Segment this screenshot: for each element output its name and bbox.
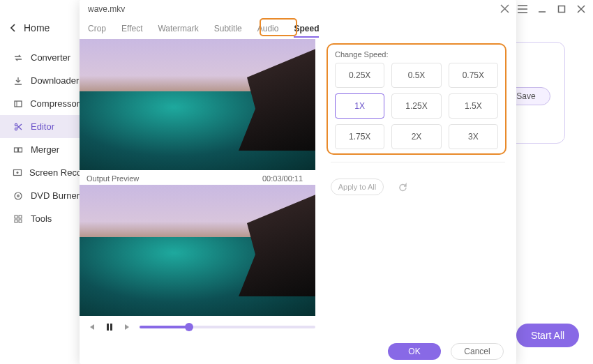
start-all-button[interactable]: Start All	[516, 324, 579, 347]
svg-rect-11	[19, 215, 22, 218]
svg-point-8	[15, 192, 22, 199]
merger-icon	[13, 145, 24, 155]
svg-rect-15	[110, 324, 112, 331]
tab-subtitle[interactable]: Subtitle	[214, 24, 242, 38]
sidebar-item-label: Tools	[31, 213, 52, 224]
sidebar-item-compressor[interactable]: Compressor	[0, 92, 80, 115]
compressor-icon	[13, 99, 23, 109]
prev-frame-button[interactable]	[85, 321, 98, 333]
tab-audio[interactable]: Audio	[257, 24, 279, 38]
scissors-icon	[13, 122, 24, 132]
grid-icon	[13, 214, 24, 224]
svg-rect-1	[15, 101, 22, 107]
sidebar-item-dvd-burner[interactable]: DVD Burner	[0, 184, 80, 207]
cancel-button[interactable]: Cancel	[451, 343, 504, 360]
svg-rect-5	[19, 148, 22, 152]
speed-panel: Change Speed: 0.25X 0.5X 0.75X 1X 1.25X …	[326, 43, 506, 155]
sidebar-item-label: Merger	[31, 144, 59, 155]
pause-button[interactable]	[103, 321, 116, 333]
editor-tabs: Crop Effect Watermark Subtitle Audio Spe…	[88, 24, 319, 38]
sidebar-item-label: Compressor	[30, 98, 80, 109]
timecode-label: 00:03/00:11	[262, 174, 303, 183]
speed-option-1x[interactable]: 1X	[335, 93, 384, 119]
download-icon	[13, 76, 24, 86]
apply-to-all-button[interactable]: Apply to All	[331, 179, 384, 195]
svg-point-9	[17, 195, 20, 197]
hamburger-icon[interactable]	[518, 4, 527, 14]
tab-watermark[interactable]: Watermark	[158, 24, 198, 38]
disc-icon	[13, 191, 24, 201]
speed-option-3x[interactable]: 3X	[449, 124, 498, 149]
svg-rect-0	[559, 6, 565, 13]
speed-option-2x[interactable]: 2X	[391, 124, 441, 149]
output-preview-label: Output Preview	[87, 174, 139, 183]
sidebar: Home Converter Downloader Compressor Edi…	[0, 0, 80, 364]
svg-rect-14	[107, 324, 109, 331]
reset-icon[interactable]	[398, 182, 408, 192]
dialog-close-icon[interactable]	[500, 4, 509, 13]
ok-button[interactable]: OK	[388, 343, 441, 360]
sidebar-item-screen-recorder[interactable]: Screen Recorder	[0, 161, 80, 184]
screen-recorder-icon	[13, 168, 22, 178]
svg-point-3	[15, 128, 17, 130]
outer-window-controls	[518, 4, 586, 14]
divider	[331, 162, 505, 162]
speed-panel-title: Change Speed:	[335, 50, 498, 59]
converter-icon	[13, 53, 24, 63]
speed-option-1-75x[interactable]: 1.75X	[335, 124, 384, 149]
source-preview	[80, 39, 315, 170]
output-preview	[80, 185, 315, 316]
back-chevron-icon	[10, 23, 17, 33]
tab-effect[interactable]: Effect	[121, 24, 142, 38]
seek-slider[interactable]	[140, 326, 315, 328]
speed-option-0-75x[interactable]: 0.75X	[449, 63, 498, 88]
maximize-icon[interactable]	[557, 4, 566, 14]
sidebar-item-converter[interactable]: Converter	[0, 46, 80, 69]
sidebar-item-label: Converter	[31, 52, 70, 63]
sidebar-item-label: DVD Burner	[31, 190, 80, 201]
tab-crop[interactable]: Crop	[88, 24, 106, 38]
svg-point-2	[15, 123, 17, 126]
svg-rect-10	[15, 215, 17, 218]
tab-speed[interactable]: Speed	[294, 24, 319, 38]
svg-rect-13	[19, 220, 22, 222]
playback-bar	[85, 321, 315, 333]
speed-option-0-5x[interactable]: 0.5X	[391, 63, 441, 88]
editor-dialog: wave.mkv Crop Effect Watermark Subtitle …	[80, 0, 516, 364]
home-label: Home	[24, 22, 50, 33]
home-nav[interactable]: Home	[0, 18, 80, 46]
sidebar-item-label: Editor	[31, 121, 54, 132]
minimize-icon[interactable]	[537, 4, 547, 14]
sidebar-item-editor[interactable]: Editor	[0, 115, 80, 138]
svg-point-7	[17, 172, 19, 174]
sidebar-item-downloader[interactable]: Downloader	[0, 69, 80, 92]
svg-rect-4	[15, 148, 18, 152]
sidebar-item-label: Downloader	[31, 75, 79, 86]
speed-option-1-25x[interactable]: 1.25X	[391, 93, 441, 119]
close-window-icon[interactable]	[576, 4, 586, 14]
sidebar-item-tools[interactable]: Tools	[0, 207, 80, 230]
dialog-title: wave.mkv	[88, 4, 125, 14]
speed-option-0-25x[interactable]: 0.25X	[335, 63, 384, 88]
svg-rect-12	[15, 220, 17, 222]
speed-option-1-5x[interactable]: 1.5X	[449, 93, 498, 119]
sidebar-item-merger[interactable]: Merger	[0, 138, 80, 161]
dialog-footer: OK Cancel	[80, 339, 516, 364]
next-frame-button[interactable]	[121, 321, 134, 333]
